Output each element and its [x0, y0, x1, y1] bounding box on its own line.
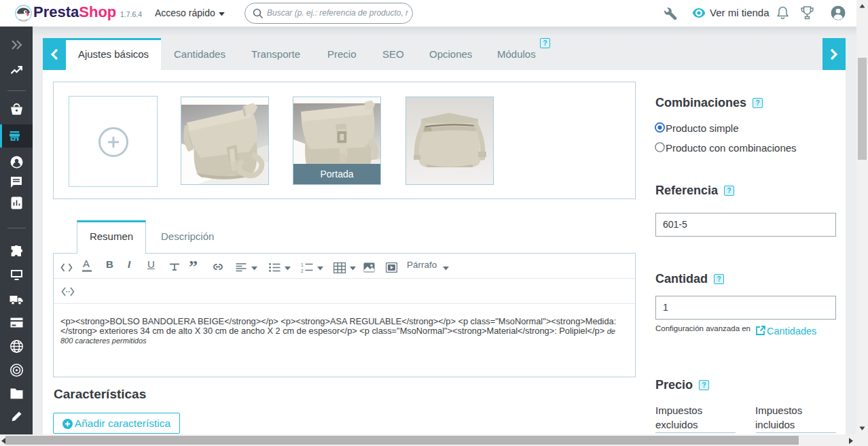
svg-text:2: 2 — [301, 269, 304, 273]
svg-text:1: 1 — [301, 262, 304, 267]
